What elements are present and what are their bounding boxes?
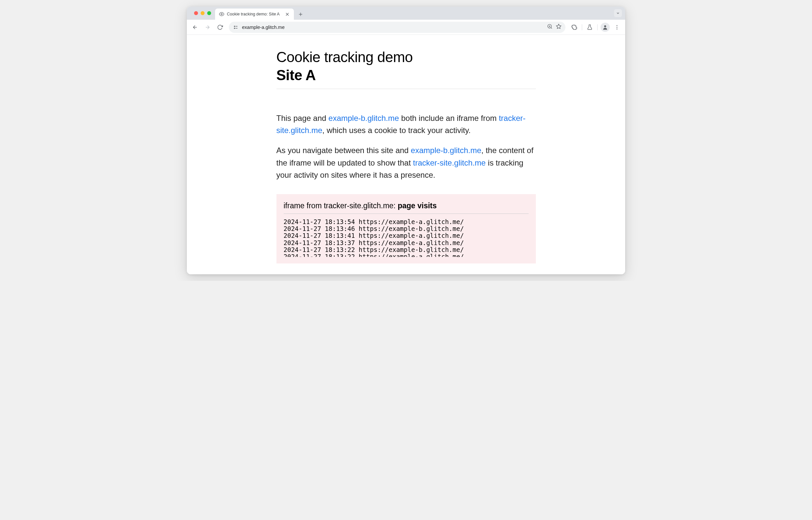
svg-point-0: [221, 14, 222, 15]
link-example-b[interactable]: example-b.glitch.me: [411, 146, 481, 155]
svg-point-18: [617, 25, 618, 26]
toolbar-right: [569, 22, 623, 33]
tracker-iframe: iframe from tracker-site.glitch.me: page…: [276, 194, 536, 263]
url-text: example-a.glitch.me: [242, 25, 544, 30]
forward-button[interactable]: [202, 22, 213, 33]
reload-button[interactable]: [214, 22, 225, 33]
svg-line-12: [551, 28, 552, 29]
browser-window: Cookie tracking demo: Site A example-a.g…: [187, 6, 625, 274]
toolbar: example-a.glitch.me: [187, 20, 625, 35]
visit-row: 2024-11-27 18:13:22 https://example-a.gl…: [284, 253, 529, 257]
window-minimize-button[interactable]: [200, 11, 205, 15]
visit-row: 2024-11-27 18:13:54 https://example-a.gl…: [284, 218, 529, 225]
page-title: Cookie tracking demo Site A: [276, 48, 536, 89]
text: As you navigate between this site and: [276, 146, 411, 155]
visits-list: 2024-11-27 18:13:54 https://example-a.gl…: [284, 218, 529, 257]
svg-point-7: [234, 26, 235, 26]
svg-point-9: [234, 28, 235, 28]
bookmark-icon[interactable]: [556, 24, 562, 30]
browser-tab[interactable]: Cookie tracking demo: Site A: [215, 8, 294, 20]
link-tracker-site[interactable]: tracker-site.glitch.me: [413, 158, 486, 167]
page: Cookie tracking demo Site A This page an…: [270, 35, 542, 263]
svg-point-17: [604, 25, 606, 27]
address-actions: [547, 24, 562, 30]
close-tab-button[interactable]: [285, 11, 290, 17]
profile-button[interactable]: [600, 22, 611, 33]
svg-marker-15: [556, 24, 561, 28]
labs-button[interactable]: [584, 22, 595, 33]
visit-row: 2024-11-27 18:13:37 https://example-a.gl…: [284, 239, 529, 246]
text: both include an iframe from: [399, 114, 499, 123]
page-title-line1: Cookie tracking demo: [276, 49, 413, 65]
text: page visits: [398, 201, 437, 210]
window-close-button[interactable]: [194, 11, 198, 15]
svg-point-19: [617, 27, 618, 28]
intro-paragraph-2: As you navigate between this site and ex…: [276, 144, 536, 181]
extensions-button[interactable]: [569, 22, 580, 33]
text: iframe from tracker-site.glitch.me:: [284, 201, 398, 210]
menu-button[interactable]: [612, 22, 623, 33]
svg-point-20: [617, 28, 618, 29]
visit-row: 2024-11-27 18:13:41 https://example-a.gl…: [284, 232, 529, 239]
intro-paragraph-1: This page and example-b.glitch.me both i…: [276, 112, 536, 136]
back-button[interactable]: [189, 22, 200, 33]
zoom-icon[interactable]: [547, 24, 552, 30]
visit-row: 2024-11-27 18:13:22 https://example-b.gl…: [284, 246, 529, 253]
page-title-line2: Site A: [276, 67, 316, 83]
link-example-b[interactable]: example-b.glitch.me: [328, 114, 399, 123]
eye-icon: [219, 11, 224, 17]
address-bar[interactable]: example-a.glitch.me: [229, 22, 565, 33]
tab-title: Cookie tracking demo: Site A: [227, 12, 282, 17]
iframe-heading: iframe from tracker-site.glitch.me: page…: [284, 201, 529, 214]
new-tab-button[interactable]: [296, 9, 305, 19]
tab-strip: Cookie tracking demo: Site A: [187, 6, 625, 20]
content-area: Cookie tracking demo Site A This page an…: [187, 35, 625, 274]
window-controls: [190, 6, 215, 20]
text: , which uses a cookie to track your acti…: [322, 126, 471, 135]
divider: [582, 24, 582, 30]
text: This page and: [276, 114, 329, 123]
divider: [597, 24, 598, 30]
window-maximize-button[interactable]: [207, 11, 211, 15]
visit-row: 2024-11-27 18:13:46 https://example-b.gl…: [284, 225, 529, 232]
tabs-dropdown-button[interactable]: [614, 9, 622, 17]
site-info-icon[interactable]: [233, 24, 239, 30]
